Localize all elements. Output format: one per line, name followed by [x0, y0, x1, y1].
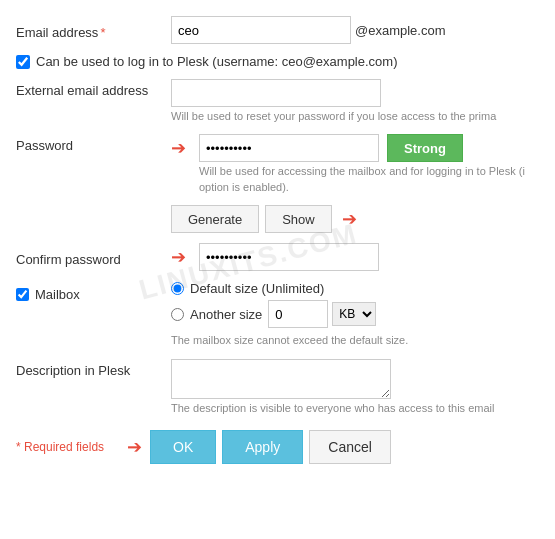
footer-arrow-icon: ➔	[127, 436, 142, 458]
external-email-input[interactable]	[171, 79, 381, 107]
password-hint: Will be used for accessing the mailbox a…	[199, 164, 539, 195]
email-domain: @example.com	[355, 23, 446, 38]
ok-button[interactable]: OK	[150, 430, 216, 464]
another-size-input[interactable]	[268, 300, 328, 328]
description-hint: The description is visible to everyone w…	[171, 401, 494, 416]
size-unit-select[interactable]: KB MB GB	[332, 302, 376, 326]
mailbox-hint: The mailbox size cannot exceed the defau…	[171, 334, 408, 346]
description-textarea[interactable]	[171, 359, 391, 399]
confirm-arrow-icon: ➔	[171, 246, 193, 268]
confirm-label: Confirm password	[16, 248, 171, 267]
checkbox-label: Can be used to log in to Plesk (username…	[36, 54, 398, 69]
default-size-label: Default size (Unlimited)	[190, 281, 324, 296]
login-checkbox[interactable]	[16, 55, 30, 69]
apply-button[interactable]: Apply	[222, 430, 303, 464]
show-arrow-icon: ➔	[342, 208, 364, 230]
another-size-radio[interactable]	[171, 308, 184, 321]
mailbox-checkbox[interactable]	[16, 288, 29, 301]
password-label: Password	[16, 134, 171, 153]
default-size-radio[interactable]	[171, 282, 184, 295]
strength-button: Strong	[387, 134, 463, 162]
required-fields-label: * Required fields	[16, 440, 121, 454]
external-label: External email address	[16, 79, 171, 98]
show-button[interactable]: Show	[265, 205, 332, 233]
external-hint: Will be used to reset your password if y…	[171, 109, 496, 124]
generate-button[interactable]: Generate	[171, 205, 259, 233]
email-input[interactable]	[171, 16, 351, 44]
email-label: Email address*	[16, 21, 171, 40]
cancel-button[interactable]: Cancel	[309, 430, 391, 464]
password-arrow-icon: ➔	[171, 137, 193, 159]
confirm-password-input[interactable]	[199, 243, 379, 271]
password-input[interactable]	[199, 134, 379, 162]
mailbox-label: Mailbox	[16, 281, 171, 302]
description-label: Description in Plesk	[16, 359, 171, 378]
another-size-label: Another size	[190, 307, 262, 322]
